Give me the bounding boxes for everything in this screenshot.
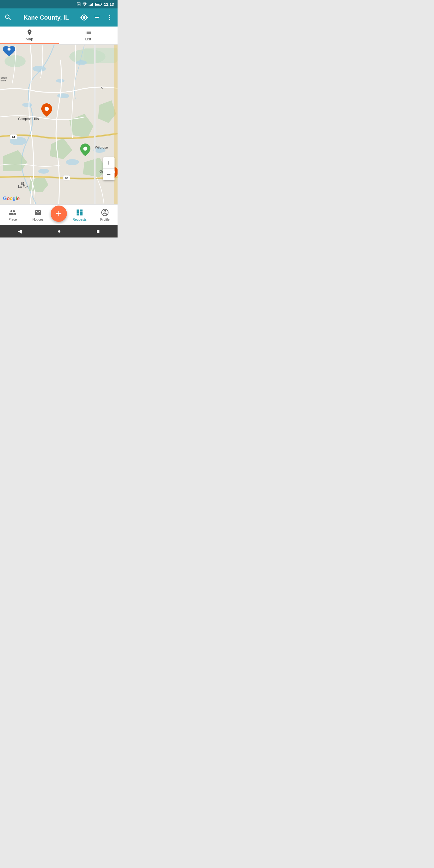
search-icon[interactable]	[4, 13, 12, 22]
map-tab-icon	[26, 29, 33, 36]
signal-icon	[89, 2, 93, 6]
map-background: 64 38 81 5 La Fox Wildrose Geneva Campto…	[0, 44, 118, 204]
more-icon[interactable]	[106, 14, 113, 21]
battery-icon	[95, 3, 101, 6]
svg-point-2	[84, 5, 85, 6]
google-g: G	[3, 196, 7, 201]
zoom-in-button[interactable]: +	[103, 157, 115, 169]
svg-point-11	[57, 93, 69, 98]
nav-notices[interactable]: Notices	[25, 209, 51, 221]
recent-button[interactable]: ■	[96, 228, 100, 235]
orange-pin-icon	[41, 103, 52, 117]
requests-nav-icon	[76, 209, 84, 216]
notices-nav-icon	[34, 209, 42, 216]
home-button[interactable]: ●	[58, 228, 61, 235]
svg-point-39	[83, 147, 87, 151]
svg-text:64: 64	[12, 135, 15, 138]
header-title: Kane County, IL	[16, 14, 76, 21]
tab-map-label: Map	[26, 37, 33, 41]
svg-text:Campton Hills: Campton Hills	[18, 117, 39, 121]
svg-point-8	[33, 66, 46, 72]
green-pin-icon	[80, 144, 90, 156]
bottom-nav: Place Notices Requests Profile	[0, 204, 118, 225]
nav-place[interactable]: Place	[0, 209, 25, 221]
svg-text:Wildrose: Wildrose	[95, 146, 108, 149]
header-actions	[80, 13, 113, 22]
svg-point-34	[7, 48, 10, 51]
svg-point-13	[38, 169, 49, 174]
zoom-out-button[interactable]: −	[103, 169, 115, 180]
pin-campton-hills[interactable]	[41, 103, 52, 118]
add-button[interactable]	[51, 206, 67, 222]
sim-icon	[76, 2, 81, 6]
place-nav-icon	[9, 209, 17, 216]
status-icons: 12:13	[76, 2, 114, 7]
svg-rect-3	[0, 44, 118, 204]
tab-list[interactable]: List	[59, 27, 118, 44]
status-time: 12:13	[104, 2, 114, 7]
svg-point-7	[76, 60, 87, 65]
google-g2: g	[13, 196, 16, 201]
google-o1: o	[7, 196, 10, 201]
nav-requests[interactable]: Requests	[67, 209, 92, 221]
svg-text:erve: erve	[1, 79, 6, 82]
nav-requests-label: Requests	[73, 218, 87, 221]
svg-rect-1	[78, 4, 80, 5]
nav-place-label: Place	[8, 218, 17, 221]
svg-point-9	[56, 79, 64, 83]
svg-point-38	[44, 107, 49, 111]
svg-text:5: 5	[101, 87, 103, 90]
profile-nav-icon	[101, 209, 109, 216]
svg-point-42	[104, 210, 106, 212]
app-header: Kane County, IL	[0, 8, 118, 27]
pin-green[interactable]	[80, 144, 90, 157]
back-button[interactable]: ◀	[18, 228, 22, 235]
map-view[interactable]: 64 38 81 5 La Fox Wildrose Geneva Campto…	[0, 44, 118, 204]
svg-text:La Fox: La Fox	[18, 185, 28, 188]
system-nav: ◀ ● ■	[0, 225, 118, 238]
svg-text:38: 38	[65, 177, 68, 180]
wifi-icon	[82, 2, 87, 6]
google-logo: G o o g l e	[3, 196, 20, 201]
tab-list-label: List	[85, 37, 91, 41]
view-tabs: Map List	[0, 27, 118, 44]
add-icon	[55, 210, 63, 218]
google-o2: o	[10, 196, 13, 201]
location-icon[interactable]	[80, 13, 88, 22]
google-e: e	[17, 196, 20, 201]
list-tab-icon	[85, 29, 92, 36]
status-bar: 12:13	[0, 0, 118, 8]
tab-map[interactable]: Map	[0, 27, 59, 44]
nav-profile-label: Profile	[100, 218, 110, 221]
svg-point-14	[66, 159, 79, 165]
nav-notices-label: Notices	[33, 218, 44, 221]
svg-rect-6	[84, 48, 118, 63]
zoom-controls: + −	[103, 157, 115, 180]
nav-profile[interactable]: Profile	[92, 209, 118, 221]
filter-icon[interactable]	[93, 14, 101, 21]
